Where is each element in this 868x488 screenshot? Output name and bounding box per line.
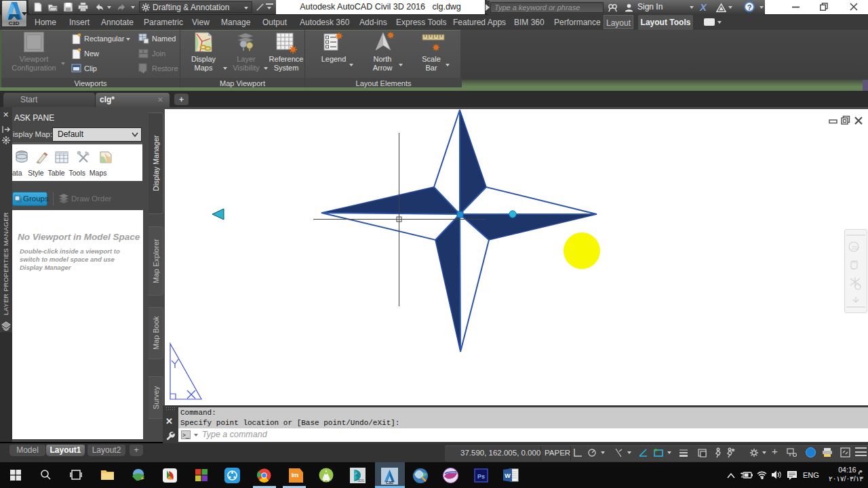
svg-text:W: W (505, 472, 511, 479)
svg-text:2D: 2D (852, 245, 858, 250)
svg-text:Im: Im (292, 472, 299, 479)
svg-text:C3D: C3D (8, 20, 19, 26)
svg-text:3DS: 3DS (357, 479, 364, 483)
svg-text:C3D: C3D (386, 481, 393, 485)
svg-text:Ps: Ps (477, 473, 485, 480)
